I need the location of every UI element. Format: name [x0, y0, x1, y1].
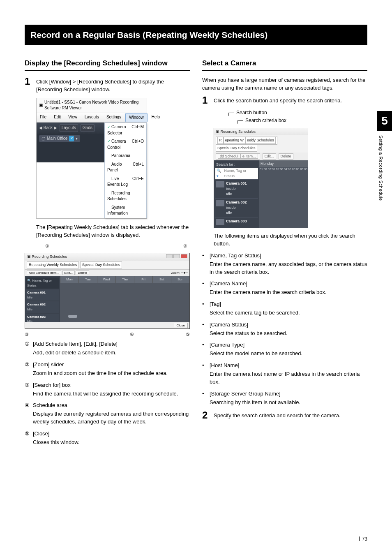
search-criteria-list: •[Name, Tag or Status]Enter the camera n…	[202, 252, 367, 407]
search-for-label: Search for :	[215, 162, 258, 168]
tab-repeating-weekly[interactable]: Repeating Weekly Schedules	[27, 261, 79, 268]
camera-side-list: Search for : 🔍▾Name, Tag or Status Camer…	[214, 160, 259, 228]
menubar: File Edit View Layouts Settings Window H…	[37, 113, 147, 123]
menu-item-audio-panel[interactable]: Audio PanelCtrl+L	[105, 160, 146, 175]
day-header: Monday	[259, 160, 308, 167]
camera-row[interactable]: Camera 002Idle	[26, 301, 59, 312]
edit-button[interactable]: Edit...	[62, 271, 75, 275]
step-body: Click the search button and specify the …	[214, 95, 367, 105]
list-item: •[Camera Status]Select the status to be …	[202, 321, 367, 338]
search-icon[interactable]: 🔍▾	[217, 168, 223, 179]
screenshot-search-annotated: ┌─ Search button ┌─ Search criteria box …	[214, 109, 367, 228]
step-body: Specify the search criteria and search f…	[214, 410, 367, 420]
time-tick: 04:00	[284, 167, 292, 171]
camera-thumb	[216, 219, 224, 225]
list-item: •[Storage Server Group Name]Searching by…	[202, 390, 367, 407]
menu-item-camera-control[interactable]: ✓Camera ControlCtrl+O	[105, 137, 146, 152]
close-tab-icon[interactable]: ×	[69, 136, 74, 142]
screen-icon: ▢	[42, 136, 45, 142]
def-item: ④Schedule areaDisplays the currently reg…	[25, 402, 190, 426]
search-box[interactable]: 🔍 Name, Tag or Status	[26, 278, 59, 289]
menu-help[interactable]: Help	[148, 113, 164, 123]
menu-layouts[interactable]: Layouts	[81, 113, 102, 123]
tab-label: Main Office	[47, 136, 67, 142]
menu-file[interactable]: File	[37, 113, 50, 123]
menu-item-system-information[interactable]: System Information	[105, 204, 146, 218]
time-tick: 05:00	[292, 167, 300, 171]
layouts-button[interactable]: Layouts	[60, 124, 78, 132]
menu-view[interactable]: View	[65, 113, 81, 123]
camera-row[interactable]: Camera 003	[215, 217, 258, 227]
menu-item-panorama[interactable]: Panorama	[105, 152, 146, 160]
list-item: •[Host Name]Enter the camera host name o…	[202, 362, 367, 386]
day-col: Thu	[115, 276, 134, 283]
camera-row[interactable]: Camera 002insideIdle	[215, 198, 258, 217]
window-header: ▣ Recording Schedules	[25, 253, 189, 261]
menu-item-camera-selector[interactable]: ✓Camera SelectorCtrl+M	[105, 123, 146, 137]
camera-row[interactable]: Camera 001insideIdle	[215, 179, 258, 198]
close-button[interactable]: Close	[174, 323, 188, 328]
def-item: ⑤[Close]Closes this window.	[25, 430, 190, 446]
tab-main-office[interactable]: ▢ Main Office × ▾	[39, 135, 80, 142]
horizontal-scrollbar[interactable]	[60, 315, 188, 318]
callouts-bottom: ③ ④ ⑤	[25, 331, 190, 338]
label-search-button: ┌─ Search button	[227, 109, 367, 116]
menu-settings[interactable]: Settings	[103, 113, 125, 123]
tab-special-day[interactable]: Special Day Schedules	[80, 261, 122, 268]
step-number: 1	[202, 95, 210, 105]
page-number: 73	[359, 536, 367, 543]
tabs-row: Repeating Weekly Schedules Special Day S…	[25, 261, 189, 270]
add-schedule-button[interactable]: Add Schedule Item...	[27, 271, 61, 275]
time-tick: 03:00	[275, 167, 284, 171]
menu-item-live-events-log[interactable]: Live Events LogCtrl+E	[105, 175, 146, 189]
list-item: •[Camera Name]Enter the camera name in t…	[202, 280, 367, 296]
back-nav[interactable]: ◀ Back ▶	[39, 125, 57, 131]
list-item: •[Tag]Select the camera tag to be search…	[202, 301, 367, 317]
right-step-1: 1 Click the search button and specify th…	[202, 95, 367, 105]
chapter-number-badge: 5	[377, 111, 392, 131]
tab-special-day[interactable]: Special Day Schedules	[216, 145, 257, 152]
step-number: 1	[25, 76, 32, 94]
schedule-grid[interactable]: Mon Tue Wed Thu Fri Sat Sun	[60, 276, 189, 329]
day-col: Wed	[97, 276, 115, 283]
delete-button[interactable]: Delete	[279, 153, 293, 160]
menu-edit[interactable]: Edit	[51, 113, 64, 123]
toolbar: ◀ Back ▶ Layouts Grids	[37, 123, 104, 134]
window-footer: Close	[25, 322, 189, 328]
toolbar-row: Add Schedule Item... Edit... Delete Zoom…	[25, 270, 189, 276]
search-input[interactable]: 🔍▾Name, Tag or Status	[215, 168, 258, 179]
tab-repeating-weekly[interactable]: Repeating Weekly Schedules	[216, 136, 277, 145]
list-item: •[Camera Type]Select the model name to b…	[202, 341, 367, 358]
menu-window[interactable]: Window	[125, 113, 148, 123]
grids-button[interactable]: Grids	[81, 124, 95, 132]
def-item: ③[Search for] boxFind the camera that wi…	[25, 382, 190, 398]
day-col: Mon	[60, 276, 78, 283]
def-item: ②[Zoom] sliderZoom in and zoom out the t…	[25, 361, 190, 377]
menu-item-recording-schedules[interactable]: Recording Schedules	[105, 189, 146, 204]
callout-2: ②	[183, 243, 187, 250]
right-step-2: 2 Specify the search criteria and search…	[202, 410, 367, 420]
day-col: Tue	[78, 276, 97, 283]
app-icon: ▣	[39, 102, 43, 109]
delete-button[interactable]: Delete	[76, 271, 89, 275]
window-controls[interactable]	[165, 254, 187, 260]
schedule-grid[interactable]: Monday 01:00 02:00 03:00 04:00 05:00 06:…	[259, 160, 308, 228]
definitions-list: ①[Add Schedule Item], [Edit], [Delete]Ad…	[25, 340, 190, 446]
zoom-control[interactable]: Zoom: ─●─	[171, 271, 188, 275]
add-schedule-button[interactable]: dd Schedule Item...	[216, 153, 260, 160]
left-heading: Display the [Recording Schedules] window	[25, 58, 190, 71]
step-number: 2	[202, 410, 210, 420]
window-title: Untitled1 - SSG1 - Canon Network Video R…	[44, 99, 144, 111]
screenshot-schedule-window: ▣ Recording Schedules Repeating Weekly S…	[25, 253, 190, 329]
callout-4: ④	[130, 331, 134, 338]
edit-button[interactable]: Edit...	[263, 153, 276, 160]
window-titlebar: ▣ Untitled1 - SSG1 - Canon Network Video…	[37, 98, 147, 113]
section-banner: Record on a Regular Basis (Repeating Wee…	[25, 25, 367, 45]
left-column: Display the [Recording Schedules] window…	[25, 58, 190, 450]
new-tab-icon[interactable]: ▾	[76, 136, 78, 142]
camera-row[interactable]: Camera 001Idle	[26, 289, 59, 301]
callout-5: ⑤	[186, 331, 190, 338]
day-col: Sun	[171, 276, 189, 283]
time-tick: 01:00	[259, 167, 267, 171]
callouts-top: ① ②	[25, 243, 190, 250]
